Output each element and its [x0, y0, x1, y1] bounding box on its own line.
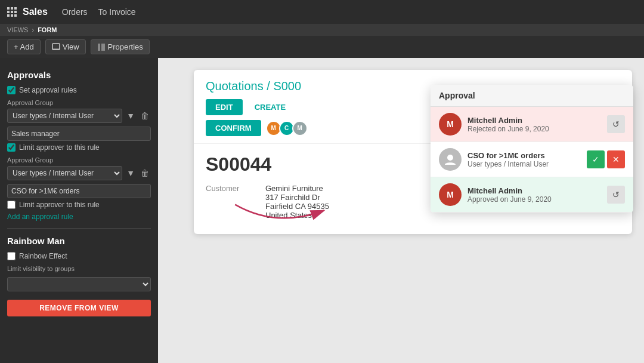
svg-rect-7	[11, 14, 13, 17]
approval-sub-3: Approved on June 9, 2020	[467, 195, 601, 204]
rainbow-man-section-title: Rainbow Man	[7, 236, 151, 246]
limit-approver-1-checkbox[interactable]	[7, 143, 16, 152]
remove-from-view-button[interactable]: REMOVE FROM VIEW	[7, 300, 151, 316]
approval-group-2-input[interactable]	[7, 184, 151, 198]
svg-rect-12	[101, 44, 105, 51]
approval-name-3: Mitchell Admin	[467, 186, 601, 195]
approval-sub-2: User types / Internal User	[467, 160, 581, 168]
approval-avatar-2	[439, 148, 462, 171]
approval-item-rejected: M Mitchell Admin Rejected on June 9, 202…	[431, 107, 633, 142]
breadcrumb: VIEWS › FORM	[0, 24, 644, 36]
approval-group-2-select-row: User types / Internal User ▼ 🗑	[7, 166, 151, 180]
svg-rect-0	[7, 7, 10, 10]
set-approval-rules-label: Set approval rules	[19, 86, 77, 94]
edit-button[interactable]: EDIT	[206, 99, 243, 115]
approval-group-2-delete-icon[interactable]: 🗑	[139, 167, 151, 179]
app-title: Sales	[23, 7, 48, 17]
top-nav: Sales Orders To Invoice	[0, 0, 644, 24]
undo-button-3[interactable]: ↺	[607, 186, 625, 204]
approval-avatar-3: M	[439, 183, 462, 206]
approval-group-2-label: Approval Group	[7, 156, 151, 164]
svg-point-14	[447, 155, 453, 161]
svg-rect-6	[7, 14, 10, 17]
add-approval-rule-link[interactable]: Add an approval rule	[7, 213, 151, 221]
breadcrumb-current: FORM	[38, 26, 57, 33]
view-button[interactable]: View	[45, 39, 86, 54]
limit-approver-2-checkbox[interactable]	[7, 201, 16, 209]
approval-item-approved: M Mitchell Admin Approved on June 9, 202…	[431, 177, 633, 213]
breadcrumb-separator: ›	[32, 26, 34, 33]
set-approval-rules-checkbox[interactable]	[7, 86, 16, 94]
svg-rect-11	[98, 44, 100, 51]
customer-value: Gemini Furniture 317 Fairchild DrFairfie…	[265, 184, 329, 220]
sidebar: Approvals Set approval rules Approval Gr…	[0, 58, 158, 363]
avatar-3: M	[292, 121, 308, 136]
approval-group-1-label: Approval Group	[7, 99, 151, 106]
approval-item-pending: CSO for >1M€ orders User types / Interna…	[431, 142, 633, 177]
confirm-avatars: M C M	[266, 121, 308, 136]
approval-info-2: CSO for >1M€ orders User types / Interna…	[467, 151, 581, 168]
rainbow-effect-checkbox[interactable]	[7, 252, 16, 260]
approvals-section-title: Approvals	[7, 70, 151, 80]
reject-button[interactable]: ✕	[607, 150, 625, 168]
properties-button[interactable]: Properties	[91, 39, 150, 54]
add-button[interactable]: + Add	[7, 39, 41, 54]
approval-sub-1: Rejected on June 9, 2020	[467, 125, 601, 133]
approval-popup-header: Approval	[431, 85, 633, 107]
rainbow-effect-row: Rainbow Effect	[7, 252, 151, 260]
svg-rect-4	[11, 11, 13, 13]
svg-rect-10	[52, 48, 60, 50]
nav-orders[interactable]: Orders	[62, 7, 88, 17]
approval-popup: Approval M Mitchell Admin Rejected on Ju…	[431, 85, 633, 213]
undo-button-1[interactable]: ↺	[607, 115, 625, 133]
approval-avatar-1: M	[439, 113, 462, 136]
approval-name-1: Mitchell Admin	[467, 116, 601, 125]
approval-group-1-select[interactable]: User types / Internal User	[7, 109, 122, 123]
limit-approver-2-row: Limit approver to this rule	[7, 201, 151, 209]
grid-icon[interactable]	[7, 7, 17, 17]
svg-rect-3	[7, 11, 10, 13]
content-area: Quotations / S000 EDIT CREATE CONFIRM M …	[158, 58, 644, 363]
approval-info-1: Mitchell Admin Rejected on June 9, 2020	[467, 116, 601, 133]
approval-group-1-select-row: User types / Internal User ▼ 🗑	[7, 109, 151, 123]
svg-rect-5	[14, 11, 17, 13]
toolbar: + Add View Properties	[0, 36, 644, 58]
nav-to-invoice[interactable]: To Invoice	[98, 7, 136, 17]
svg-rect-8	[14, 14, 17, 17]
approval-group-1-delete-icon[interactable]: 🗑	[139, 110, 151, 122]
approval-group-1-input[interactable]	[7, 127, 151, 141]
limit-approver-1-row: Limit approver to this rule	[7, 143, 151, 152]
approval-action-btns-2: ✓ ✕	[587, 150, 625, 168]
approval-group-1-filter-icon[interactable]: ▼	[125, 110, 137, 122]
customer-label: Customer	[206, 184, 265, 193]
customer-address: 317 Fairchild DrFairfield CA 94535United…	[265, 193, 329, 220]
set-approval-rules-row: Set approval rules	[7, 86, 151, 94]
limit-approver-1-label: Limit approver to this rule	[19, 143, 100, 152]
svg-rect-1	[11, 7, 13, 10]
svg-rect-2	[14, 7, 17, 10]
main-layout: Approvals Set approval rules Approval Gr…	[0, 58, 644, 363]
approval-group-2-filter-icon[interactable]: ▼	[125, 167, 137, 179]
approval-name-2: CSO for >1M€ orders	[467, 151, 581, 160]
approve-button[interactable]: ✓	[587, 150, 605, 168]
confirm-button[interactable]: CONFIRM	[206, 120, 261, 136]
rainbow-effect-label: Rainbow Effect	[19, 252, 67, 260]
approval-group-2-select[interactable]: User types / Internal User	[7, 166, 122, 180]
limit-approver-2-label: Limit approver to this rule	[19, 201, 100, 209]
limit-visibility-label: Limit visibility to groups	[7, 265, 151, 272]
approval-info-3: Mitchell Admin Approved on June 9, 2020	[467, 186, 601, 204]
customer-name[interactable]: Gemini Furniture	[265, 184, 329, 193]
limit-visibility-select[interactable]	[7, 277, 151, 291]
create-button[interactable]: CREATE	[247, 99, 293, 115]
breadcrumb-parent[interactable]: VIEWS	[7, 26, 28, 33]
